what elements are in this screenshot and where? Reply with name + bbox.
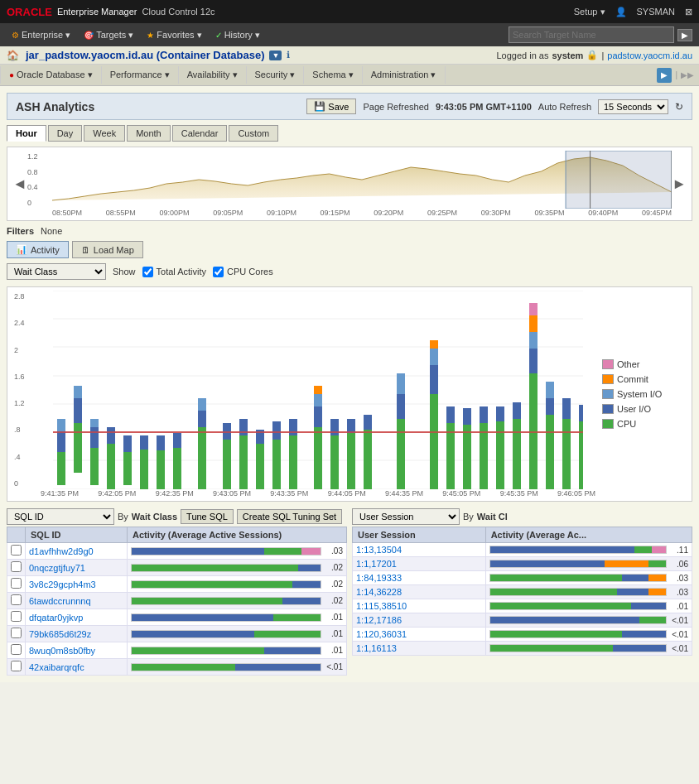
- total-activity-checkbox[interactable]: [142, 267, 153, 277]
- row-checkbox-2[interactable]: [11, 561, 22, 572]
- activity-chart-icon: 📊: [16, 244, 27, 255]
- save-button[interactable]: 💾 Save: [306, 99, 356, 114]
- info-icon[interactable]: ℹ: [287, 50, 290, 60]
- svg-rect-72: [529, 349, 538, 373]
- svg-rect-73: [529, 332, 538, 349]
- main-chart-with-yaxis: 2.8 2.4 2 1.6 1.2 .8 .4 0: [14, 291, 595, 489]
- load-map-icon: 🗓: [81, 245, 90, 255]
- ash-title: ASH Analytics: [16, 100, 94, 113]
- tab-month[interactable]: Month: [127, 125, 171, 142]
- sql-id-link-3[interactable]: 3v8c29gcph4m3: [29, 580, 96, 589]
- svg-rect-43: [289, 419, 297, 435]
- svg-rect-56: [397, 373, 405, 394]
- row-checkbox-5[interactable]: [11, 611, 22, 622]
- tab-week[interactable]: Week: [84, 125, 125, 142]
- sql-id-link-7[interactable]: 8wuq0m8sb0fby: [29, 646, 95, 656]
- create-sql-tuning-button[interactable]: Create SQL Tuning Set: [237, 509, 342, 524]
- sysman-label[interactable]: SYSMAN: [637, 7, 675, 17]
- menu-oracle-database[interactable]: ● Oracle Database ▾: [0, 66, 102, 84]
- svg-rect-33: [198, 398, 206, 411]
- tab-day[interactable]: Day: [48, 125, 83, 142]
- nav-history[interactable]: ✓ History ▾: [210, 26, 265, 44]
- user-session-select[interactable]: User Session Module: [352, 508, 460, 525]
- svg-rect-60: [430, 340, 438, 349]
- sql-id-link-5[interactable]: dfqatar0yjkvp: [29, 613, 83, 623]
- sql-id-link-8[interactable]: 42xaibarqrqfc: [29, 662, 84, 672]
- svg-rect-27: [157, 450, 165, 489]
- time-tabs: Hour Day Week Month Calendar Custom: [7, 125, 692, 142]
- tune-sql-button[interactable]: Tune SQL: [181, 509, 234, 524]
- user-session-link-5[interactable]: 1:115,38510: [356, 601, 407, 611]
- sql-id-select[interactable]: SQL ID Module Action: [7, 508, 114, 525]
- table-row: 79bk685d6t29z .01: [7, 626, 347, 642]
- mini-chart-prev[interactable]: ◄: [12, 176, 27, 193]
- sql-id-link-4[interactable]: 6tawdccrunnnq: [29, 596, 91, 606]
- tab-calendar[interactable]: Calendar: [172, 125, 228, 142]
- mini-chart-next[interactable]: ►: [672, 176, 687, 193]
- user-session-link-3[interactable]: 1:84,19333: [356, 573, 402, 583]
- row-checkbox-1[interactable]: [11, 545, 22, 556]
- db-title-container: jar_padstow.yaocm.id.au (Container Datab…: [26, 49, 290, 61]
- mini-chart-inner: 1.2 0.8 0.4 0: [27, 151, 672, 217]
- sql-id-link-6[interactable]: 79bk685d6t29z: [29, 629, 91, 639]
- user-session-link-2[interactable]: 1:1,17201: [356, 559, 397, 569]
- svg-rect-29: [173, 448, 181, 489]
- user-io-color: [602, 404, 614, 414]
- sql-col-activity: Activity (Average Active Sessions): [128, 527, 347, 543]
- stream-expand[interactable]: ▶▶: [681, 70, 694, 79]
- user-session-link-4[interactable]: 1:14,36228: [356, 587, 402, 597]
- menu-performance[interactable]: Performance ▾: [102, 66, 179, 84]
- svg-rect-57: [430, 394, 438, 489]
- table-row: 1:1,16113 <.01: [353, 642, 692, 656]
- row-checkbox-4[interactable]: [11, 594, 22, 605]
- main-content: ASH Analytics 💾 Save Page Refreshed 9:43…: [0, 86, 699, 682]
- user-session-link-7[interactable]: 1:120,36031: [356, 629, 407, 639]
- cpu-cores-checkbox[interactable]: [213, 267, 224, 277]
- dimension-select[interactable]: Wait Class SQL ID User Session Module Ac…: [7, 263, 106, 280]
- ash-controls: 💾 Save Page Refreshed 9:43:05 PM GMT+110…: [306, 99, 683, 114]
- chart-legend: Other Commit System I/O User I/O CPU: [602, 291, 685, 498]
- nav-favorites[interactable]: ★ Favorites ▾: [142, 26, 206, 44]
- sql-id-link-1[interactable]: d1avfhhw2d9g0: [29, 546, 94, 556]
- tab-activity[interactable]: 📊 Activity: [7, 241, 69, 258]
- table-row: d1avfhhw2d9g0 .03: [7, 543, 347, 560]
- table-row: 8wuq0m8sb0fby .01: [7, 642, 347, 659]
- stream-play-btn[interactable]: ▶: [657, 68, 672, 83]
- user-bar-4: .03: [489, 588, 688, 597]
- sql-id-link-2[interactable]: 0nqczgtjfuy71: [29, 563, 85, 573]
- menu-administration[interactable]: Administration ▾: [363, 66, 446, 84]
- favorites-icon: ★: [147, 31, 154, 40]
- dropdown-badge[interactable]: ▼: [269, 51, 282, 60]
- user-session-link-1[interactable]: 1:13,13504: [356, 545, 402, 555]
- row-checkbox-7[interactable]: [11, 644, 22, 655]
- tab-custom[interactable]: Custom: [229, 125, 278, 142]
- mini-chart-row: ◄ 1.2 0.8 0.4 0: [11, 151, 688, 217]
- svg-rect-66: [480, 406, 488, 423]
- nav-targets[interactable]: 🎯 Targets ▾: [79, 26, 138, 44]
- nav-enterprise[interactable]: ⚙ Enterprise ▾: [7, 26, 75, 44]
- sql-bar-2: .02: [131, 563, 343, 572]
- menu-availability[interactable]: Availability ▾: [179, 66, 247, 84]
- auto-refresh-select[interactable]: 15 Seconds: [598, 99, 668, 114]
- svg-rect-75: [529, 303, 538, 315]
- system-io-label: System I/O: [617, 389, 662, 399]
- show-row: Wait Class SQL ID User Session Module Ac…: [7, 263, 692, 280]
- user-session-link-6[interactable]: 1:12,17186: [356, 615, 402, 625]
- search-input[interactable]: [509, 26, 674, 43]
- menu-security[interactable]: Security ▾: [247, 66, 305, 84]
- user-table: User Session Activity (Average Ac... 1:1…: [352, 527, 692, 656]
- db-link[interactable]: padstow.yaocm.id.au: [607, 51, 692, 60]
- tab-load-map[interactable]: 🗓 Load Map: [72, 241, 143, 258]
- menu-schema[interactable]: Schema ▾: [304, 66, 362, 84]
- search-button[interactable]: ▶: [677, 29, 692, 41]
- row-checkbox-3[interactable]: [11, 578, 22, 589]
- svg-rect-44: [314, 427, 322, 489]
- row-checkbox-8[interactable]: [11, 661, 22, 671]
- refresh-icon[interactable]: ↻: [675, 101, 683, 113]
- user-session-link-8[interactable]: 1:1,16113: [356, 643, 397, 653]
- logout-icon[interactable]: ⊠: [685, 7, 692, 17]
- setup-menu[interactable]: Setup ▾: [574, 7, 605, 17]
- row-checkbox-6[interactable]: [11, 628, 22, 638]
- tab-hour[interactable]: Hour: [7, 125, 46, 142]
- svg-rect-61: [446, 423, 455, 489]
